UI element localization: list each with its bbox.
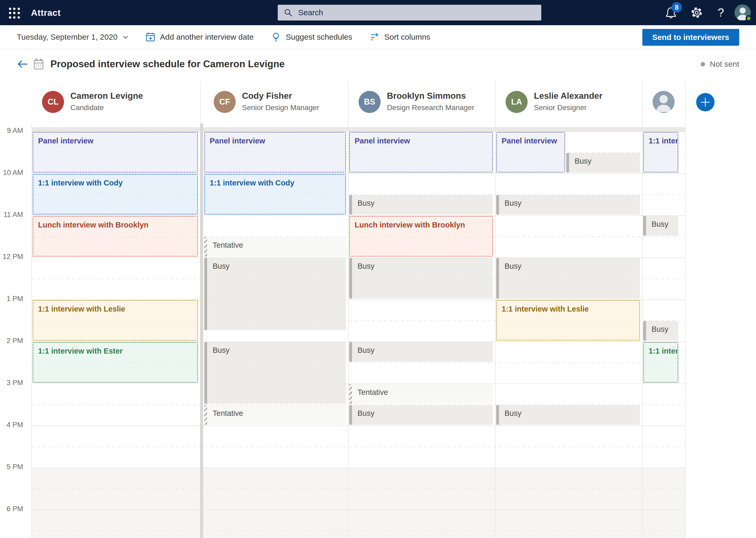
status-dot-icon xyxy=(701,62,705,67)
column-divider xyxy=(348,81,349,538)
avatar: CF xyxy=(214,91,236,113)
column-divider xyxy=(685,81,685,538)
event-label: 1:1 interview with Leslie xyxy=(33,301,197,313)
busy-left-bar xyxy=(349,342,352,362)
busy-block[interactable]: Busy xyxy=(496,195,640,215)
calendar-event-panel[interactable]: Panel interview xyxy=(204,132,346,173)
calendar-event-panel[interactable]: Panel interview xyxy=(496,132,565,173)
help-button[interactable]: ? xyxy=(712,4,729,21)
interviewer-role: Senior Design Manager xyxy=(242,103,319,112)
time-label: 9 AM xyxy=(0,127,23,135)
tentative-block[interactable]: Tentative xyxy=(349,384,493,404)
notifications-button[interactable]: 8 xyxy=(663,4,679,21)
busy-block[interactable]: Busy xyxy=(349,195,493,215)
busy-block[interactable]: Busy xyxy=(204,342,346,404)
event-label: 1:1 interview with Ester xyxy=(33,343,197,355)
page-title: Proposed interview schedule for Cameron … xyxy=(50,59,285,70)
plus-icon xyxy=(699,96,711,108)
busy-block[interactable]: Busy xyxy=(566,153,640,173)
sort-columns-label: Sort columns xyxy=(384,32,430,41)
app-launcher-waffle-icon[interactable] xyxy=(8,7,21,20)
calendar-event-red[interactable]: Lunch interview with Brooklyn xyxy=(32,216,198,257)
busy-block[interactable]: Busy xyxy=(643,321,678,341)
interviewer-name: Brooklyn Simmons xyxy=(387,91,466,101)
busy-block[interactable]: Busy xyxy=(349,405,493,425)
busy-block[interactable]: Busy xyxy=(496,258,640,299)
busy-left-bar xyxy=(349,258,352,299)
interviewer-name: Leslie Alexander xyxy=(534,91,602,101)
interviewer-name: Cameron Levigne xyxy=(71,91,143,101)
calendar-event-panel[interactable]: Panel interview xyxy=(32,132,198,173)
send-to-interviewers-button[interactable]: Send to interviewers xyxy=(642,29,739,46)
event-label: Tentative xyxy=(204,405,346,418)
calendar-event-blue[interactable]: 1:1 interview with Cody xyxy=(204,174,346,215)
chevron-down-icon xyxy=(122,33,129,41)
busy-left-bar xyxy=(643,321,646,341)
calendar-event-panel[interactable]: Panel interview xyxy=(349,132,493,173)
attract-scheduling-page: Attract 8 ? Tuesday, Septembe xyxy=(0,0,756,538)
event-label: 1:1 intervi xyxy=(644,133,678,145)
event-label: Busy xyxy=(643,216,678,229)
search-input[interactable] xyxy=(298,8,536,17)
event-label: Busy xyxy=(349,258,493,271)
calendar-event-red[interactable]: Lunch interview with Brooklyn xyxy=(349,216,493,257)
calendar-event-green[interactable]: 1:1 interview with Ester xyxy=(32,342,198,383)
column-divider xyxy=(495,81,496,538)
app-title: Attract xyxy=(31,8,61,18)
settings-button[interactable] xyxy=(688,4,705,21)
event-label: Busy xyxy=(349,405,493,418)
busy-block[interactable]: Busy xyxy=(349,342,493,362)
event-label: Busy xyxy=(349,342,493,355)
hour-gridline xyxy=(31,426,685,426)
busy-left-bar xyxy=(496,195,499,215)
avatar: BS xyxy=(358,91,381,113)
add-interviewer-button[interactable] xyxy=(696,93,715,111)
time-label: 12 PM xyxy=(0,253,23,261)
busy-block[interactable]: Busy xyxy=(204,258,346,330)
calendar-event-yellow[interactable]: 1:1 interview with Leslie xyxy=(32,300,198,341)
suggest-schedules-button[interactable]: Suggest schedules xyxy=(270,31,352,42)
time-label: 11 AM xyxy=(0,211,23,219)
event-label: Busy xyxy=(496,405,640,418)
sort-columns-button[interactable]: Sort columns xyxy=(369,31,430,42)
busy-left-bar xyxy=(204,342,207,404)
busy-left-bar xyxy=(496,258,499,299)
calendar-event-panel[interactable]: 1:1 intervi xyxy=(643,132,678,173)
tentative-block[interactable]: Tentative xyxy=(204,237,346,257)
busy-left-bar xyxy=(496,405,499,425)
calendar-icon xyxy=(32,58,45,71)
tentative-left-bar xyxy=(349,384,352,404)
global-search[interactable] xyxy=(278,5,541,21)
busy-block[interactable]: Busy xyxy=(496,405,640,425)
suggest-schedules-label: Suggest schedules xyxy=(286,32,352,41)
event-label: Panel interview xyxy=(497,133,564,145)
status-label: Not sent xyxy=(710,60,739,69)
date-selector[interactable]: Tuesday, September 1, 2020 xyxy=(17,32,129,41)
hour-gridline xyxy=(31,467,685,468)
person-icon xyxy=(653,91,675,113)
offhours-top-strip xyxy=(31,127,685,131)
add-interview-date-button[interactable]: Add another interview date xyxy=(145,31,254,42)
avatar xyxy=(653,91,675,113)
calendar-event-yellow[interactable]: 1:1 interview with Leslie xyxy=(496,300,640,341)
calendar-event-blue[interactable]: 1:1 interview with Cody xyxy=(32,174,198,215)
busy-block[interactable]: Busy xyxy=(349,258,493,299)
busy-block[interactable]: Busy xyxy=(643,216,678,236)
half-hour-gridline xyxy=(31,531,685,531)
time-label: 6 PM xyxy=(0,505,23,513)
calendar-event-green[interactable]: 1:1 intervi xyxy=(643,342,678,383)
event-label: Panel interview xyxy=(205,133,345,145)
event-label: 1:1 interview with Cody xyxy=(33,175,197,187)
help-icon: ? xyxy=(718,6,724,19)
time-label: 4 PM xyxy=(0,421,23,429)
event-label: Busy xyxy=(204,258,346,271)
tentative-block[interactable]: Tentative xyxy=(204,405,346,425)
half-hour-gridline xyxy=(31,447,685,447)
sort-icon xyxy=(369,31,380,42)
event-label: Tentative xyxy=(204,237,346,249)
busy-left-bar xyxy=(204,258,207,330)
tentative-left-bar xyxy=(204,405,207,425)
back-arrow-icon[interactable] xyxy=(16,58,29,71)
tentative-left-bar xyxy=(204,237,207,257)
column-divider xyxy=(642,81,642,538)
